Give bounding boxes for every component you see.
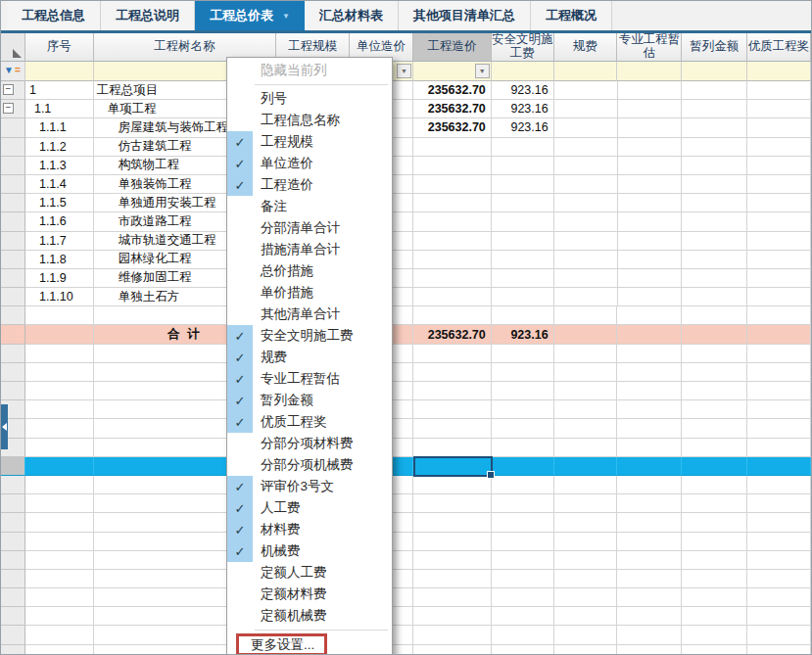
panel-collapse-handle[interactable] <box>1 404 8 449</box>
cell-provisional[interactable] <box>682 457 747 476</box>
cell-provisional[interactable] <box>682 588 747 607</box>
menu-item[interactable]: 分部清单合计 <box>227 217 392 239</box>
cell-cost[interactable] <box>413 439 492 457</box>
cell-award[interactable] <box>747 194 811 212</box>
cell-seq[interactable]: 1.1.4 <box>25 175 94 194</box>
cell-cost[interactable] <box>413 494 492 513</box>
cell-award[interactable] <box>747 288 811 306</box>
cell-fees[interactable] <box>554 363 618 382</box>
row-header-cell[interactable] <box>1 607 25 626</box>
menu-item[interactable]: 定额人工费 <box>227 562 392 584</box>
row-header-cell[interactable] <box>1 513 25 532</box>
row-header-cell[interactable] <box>1 570 25 588</box>
row-header-cell[interactable] <box>1 476 25 494</box>
cell-prof_estimate[interactable] <box>618 100 683 118</box>
cell-fees[interactable] <box>554 645 618 655</box>
cell-seq[interactable] <box>25 513 94 532</box>
column-header-provisional[interactable]: 暂列金额 <box>682 33 747 62</box>
cell-seq[interactable]: 1.1.6 <box>25 212 94 231</box>
menu-item[interactable]: ✓人工费 <box>227 497 392 519</box>
row-header-cell[interactable] <box>1 118 25 137</box>
row-header-cell[interactable] <box>1 645 25 655</box>
cell-prof_estimate[interactable] <box>617 533 682 551</box>
tab-4[interactable]: 其他项目清单汇总 <box>399 1 531 30</box>
cell-fees[interactable] <box>554 626 618 644</box>
menu-item[interactable]: 其他清单合计 <box>227 304 392 325</box>
cell-cost[interactable] <box>413 363 492 382</box>
cell-provisional[interactable] <box>682 194 747 212</box>
tab-0[interactable]: 工程总信息 <box>7 1 101 30</box>
cell-prof_estimate[interactable] <box>617 382 682 400</box>
cell-seq[interactable] <box>25 439 94 457</box>
row-header-cell[interactable] <box>1 382 25 400</box>
cell-fees[interactable] <box>554 439 618 457</box>
cell-provisional[interactable] <box>682 363 747 382</box>
cell-provisional[interactable] <box>682 419 747 438</box>
cell-award[interactable] <box>747 118 811 137</box>
cell-cost[interactable] <box>413 288 492 306</box>
selection-handle[interactable] <box>487 471 495 479</box>
cell-cost[interactable] <box>413 382 492 400</box>
cell-provisional[interactable] <box>682 645 747 655</box>
cell-provisional[interactable] <box>682 570 747 588</box>
tab-5[interactable]: 工程概况 <box>531 1 612 30</box>
filter-cell-award[interactable] <box>747 62 811 81</box>
menu-item[interactable]: ✓评审价3号文 <box>227 476 392 497</box>
row-header-cell[interactable] <box>1 533 25 551</box>
cell-cost[interactable] <box>413 419 492 438</box>
cell-provisional[interactable] <box>682 476 747 494</box>
row-header-cell[interactable] <box>1 212 25 231</box>
menu-item[interactable]: 分部分项机械费 <box>227 454 392 476</box>
row-header-cell[interactable] <box>1 363 25 382</box>
tab-1[interactable]: 工程总说明 <box>101 1 195 30</box>
cell-safety[interactable] <box>492 138 554 157</box>
cell-cost[interactable] <box>413 212 492 231</box>
row-header-cell[interactable] <box>1 157 25 175</box>
menu-item[interactable]: 备注 <box>227 196 392 217</box>
cell-seq[interactable]: 1.1.5 <box>25 194 94 212</box>
cell-award[interactable] <box>747 551 811 570</box>
column-header-cost[interactable]: 工程造价 <box>413 33 492 62</box>
menu-item[interactable]: 定额机械费 <box>227 605 392 627</box>
row-header-cell[interactable] <box>1 345 25 363</box>
row-header-cell[interactable] <box>1 138 25 157</box>
cell-award[interactable] <box>747 645 811 655</box>
row-header-cell[interactable] <box>1 251 25 269</box>
filter-cell-provisional[interactable] <box>682 62 747 81</box>
cell-provisional[interactable] <box>682 288 747 306</box>
row-header-cell[interactable] <box>1 232 25 251</box>
cell-provisional[interactable] <box>682 175 747 194</box>
cell-award[interactable] <box>747 345 811 363</box>
cell-seq[interactable] <box>25 533 94 551</box>
cell-safety[interactable] <box>492 476 554 494</box>
cell-fees[interactable] <box>554 194 618 212</box>
cell-seq[interactable] <box>25 325 94 344</box>
cell-award[interactable] <box>747 607 811 626</box>
cell-safety[interactable] <box>492 363 554 382</box>
cell-fees[interactable] <box>554 232 618 251</box>
cell-cost[interactable] <box>413 157 492 175</box>
cell-cost[interactable] <box>413 269 492 288</box>
cell-seq[interactable]: 1.1.2 <box>25 138 94 157</box>
cell-award[interactable] <box>747 400 811 419</box>
cell-safety[interactable] <box>492 419 554 438</box>
cell-provisional[interactable] <box>682 345 747 363</box>
menu-item[interactable]: 工程信息名称 <box>227 110 392 131</box>
cell-safety[interactable] <box>492 157 554 175</box>
cell-provisional[interactable] <box>682 251 747 269</box>
cell-prof_estimate[interactable] <box>617 645 682 655</box>
cell-seq[interactable]: 1.1.8 <box>25 251 94 269</box>
cell-award[interactable] <box>747 382 811 400</box>
cell-safety[interactable] <box>492 232 554 251</box>
cell-cost[interactable] <box>413 570 492 588</box>
cell-award[interactable] <box>747 588 811 607</box>
cell-seq[interactable]: 1 <box>25 81 94 100</box>
row-header-cell[interactable] <box>1 194 25 212</box>
menu-item[interactable]: 定额材料费 <box>227 584 392 605</box>
cell-fees[interactable] <box>554 118 618 137</box>
filter-cell-cost[interactable]: ▼ <box>413 62 492 81</box>
cell-prof_estimate[interactable] <box>617 325 682 344</box>
menu-item[interactable]: ✓优质工程奖 <box>227 411 392 433</box>
cell-seq[interactable] <box>25 645 94 655</box>
cell-seq[interactable]: 1.1.10 <box>25 288 94 306</box>
